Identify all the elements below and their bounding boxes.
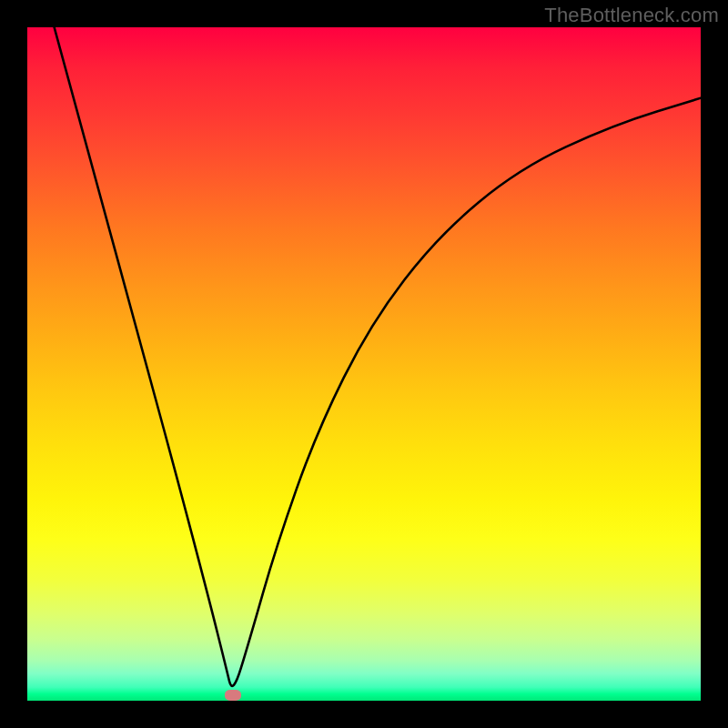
watermark-text: TheBottleneck.com — [544, 4, 719, 27]
plot-area — [27, 27, 701, 701]
minimum-marker — [225, 690, 241, 701]
chart-frame: TheBottleneck.com — [0, 0, 728, 728]
bottleneck-curve — [27, 27, 701, 701]
